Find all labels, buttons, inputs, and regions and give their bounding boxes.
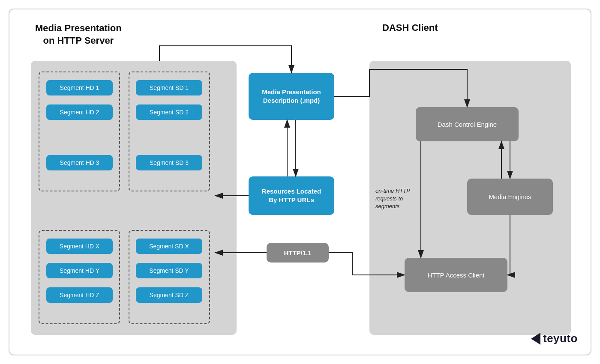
segment-hd3: Segment HD 3 <box>46 155 113 170</box>
dash-control-engine-box: Dash Control Engine <box>416 107 519 141</box>
segment-hdz: Segment HD Z <box>46 287 113 303</box>
mpd-box: Media PresentationDescription (.mpd) <box>249 73 334 120</box>
teyuto-chevron-icon <box>531 333 540 345</box>
http-access-client-box: HTTP Access Client <box>405 258 507 292</box>
diagram-container: Media Presentationon HTTP Server DASH Cl… <box>9 9 591 355</box>
teyuto-logo: teyuto <box>531 332 578 345</box>
segment-hdy: Segment HD Y <box>46 263 113 278</box>
segment-sd3: Segment SD 3 <box>136 155 202 170</box>
segment-hdx: Segment HD X <box>46 239 113 254</box>
segment-sdy: Segment SD Y <box>136 263 202 278</box>
resources-box: Resources LocatedBy HTTP URLs <box>249 176 334 215</box>
left-section-title: Media Presentationon HTTP Server <box>35 22 122 47</box>
segment-sdx: Segment SD X <box>136 239 202 254</box>
http-box: HTTP/1.1 <box>267 243 329 263</box>
right-section-title: DASH Client <box>382 22 438 33</box>
media-engines-box: Media Engines <box>467 179 553 215</box>
segment-sdz: Segment SD Z <box>136 287 202 303</box>
italic-label: on-time HTTPrequests tosegments <box>375 187 410 211</box>
segment-hd2: Segment HD 2 <box>46 104 113 120</box>
segment-sd2: Segment SD 2 <box>136 104 202 120</box>
segment-hd1: Segment HD 1 <box>46 80 113 95</box>
teyuto-text: teyuto <box>543 332 578 345</box>
segment-sd1: Segment SD 1 <box>136 80 202 95</box>
